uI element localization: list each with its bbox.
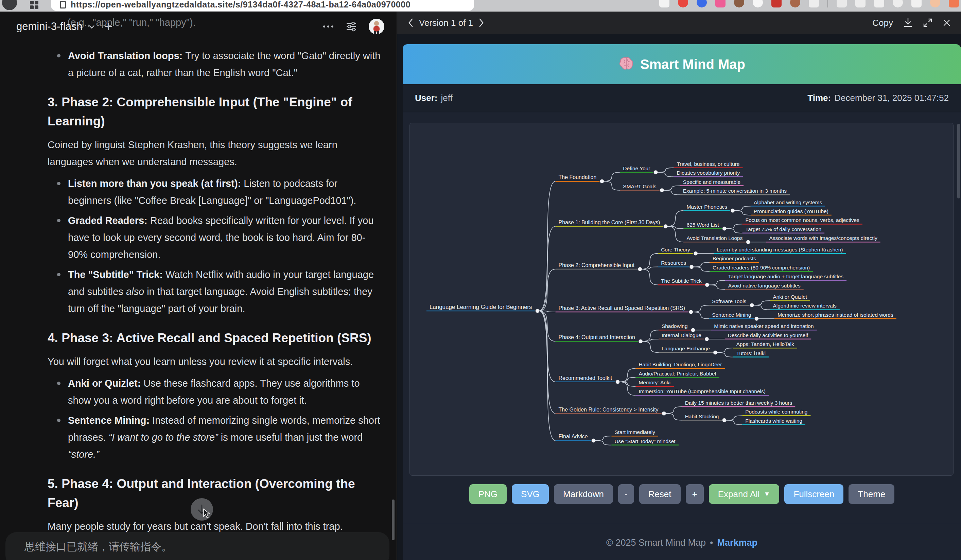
expand-all-button[interactable]: Expand All▼ (709, 484, 779, 504)
mindmap-node-label[interactable]: Beginner podcasts (713, 255, 756, 261)
mindmap-node-dot[interactable] (639, 339, 643, 343)
theme-button[interactable]: Theme (849, 484, 894, 504)
mindmap-node-label[interactable]: Tutors: iTalki (736, 350, 766, 356)
mindmap-node-label[interactable]: Graded readers (80-90% comprehension) (713, 265, 810, 271)
mindmap-node-label[interactable]: Anki or Quizlet (773, 294, 807, 300)
mindmap-node-label[interactable]: Target language audio + target language … (728, 274, 844, 279)
model-title[interactable]: gemini-3-flash (16, 20, 83, 33)
mindmap-node-label[interactable]: Resources (661, 260, 686, 266)
download-icon[interactable] (903, 18, 913, 28)
extension-icon[interactable] (855, 0, 866, 8)
close-icon[interactable] (943, 19, 951, 27)
mindmap-node-dot[interactable] (722, 227, 726, 230)
fullscreen-button[interactable]: Fullscreen (784, 484, 844, 504)
extension-icon[interactable] (893, 0, 903, 8)
scroll-to-bottom-button[interactable] (191, 498, 213, 521)
mindmap-node-dot[interactable] (746, 240, 750, 244)
mindmap-node-label[interactable]: Phase 4: Output and Interaction (559, 334, 635, 340)
mindmap-node-label[interactable]: Master Phonetics (687, 204, 728, 210)
mindmap-node-label[interactable]: Daily 15 minutes is better than weekly 3… (685, 400, 792, 406)
browser-nav-button[interactable] (2, 0, 17, 10)
mindmap-node-label[interactable]: Mimic native speaker speed and intonatio… (714, 323, 813, 329)
mindmap-node-label[interactable]: Travel, business, or culture (677, 161, 739, 167)
mindmap-node-label[interactable]: The Golden Rule: Consistency > Intensity (559, 407, 659, 412)
mindmap-node-label[interactable]: Phase 3: Active Recall and Spaced Repeti… (559, 305, 685, 311)
mindmap-node-label[interactable]: Internal Dialogue (662, 332, 701, 338)
extension-icon[interactable] (715, 0, 725, 8)
extension-icon[interactable] (911, 0, 922, 8)
mindmap-node-label[interactable]: Focus on most common nouns, verbs, adjec… (746, 217, 860, 223)
mindmap-node-label[interactable]: Final Advice (559, 433, 588, 440)
avatar[interactable] (369, 19, 384, 34)
mindmap-node-label[interactable]: Associate words with images/concepts dir… (769, 235, 877, 241)
mindmap-node-dot[interactable] (713, 351, 717, 355)
mindmap-node-dot[interactable] (705, 283, 709, 287)
mindmap-node-label[interactable]: Describe daily activities to yourself (728, 332, 808, 338)
mindmap-node-label[interactable]: 625 Word List (687, 222, 719, 228)
mindmap-node-label[interactable]: Phase 2: Comprehensible Input (559, 262, 635, 268)
mindmap-node-label[interactable]: Recommended Toolkit (559, 375, 612, 381)
mindmap-node-label[interactable]: The Subtitle Trick (661, 278, 702, 284)
mindmap-node-label[interactable]: The Foundation (559, 174, 597, 180)
extension-icon[interactable] (734, 0, 744, 8)
mindmap-node-label[interactable]: Apps: Tandem, HelloTalk (736, 341, 794, 347)
mindmap-node-dot[interactable] (535, 309, 539, 313)
mindmap-node-label[interactable]: Alphabet and writing systems (754, 199, 822, 205)
tune-icon[interactable] (346, 21, 357, 32)
mindmap-node-dot[interactable] (722, 418, 726, 422)
mindmap-node-label[interactable]: Language Learning Guide for Beginners (429, 304, 532, 310)
extension-icon[interactable] (790, 0, 800, 8)
mindmap-node-dot[interactable] (591, 439, 595, 443)
scrollbar-thumb[interactable] (957, 124, 960, 199)
mindmap-node-dot[interactable] (690, 265, 694, 269)
mindmap-node-label[interactable]: Define Your (623, 165, 650, 171)
mindmap-node-dot[interactable] (705, 337, 709, 341)
png-button[interactable]: PNG (469, 484, 507, 504)
mindmap-node-dot[interactable] (654, 170, 657, 174)
mindmap-node-label[interactable]: Specific and measurable (683, 179, 741, 185)
mindmap-node-label[interactable]: Podcasts while commuting (745, 409, 807, 414)
extension-icon[interactable] (837, 0, 847, 8)
mindmap-node-label[interactable]: Phase 1: Building the Core (First 30 Day… (559, 220, 660, 225)
mindmap-node-dot[interactable] (755, 317, 759, 321)
mindmap-node-dot[interactable] (691, 328, 695, 332)
mindmap-node-label[interactable]: Avoid Translation Loops (687, 235, 743, 241)
mindmap-node-label[interactable]: Habit Stacking (685, 414, 719, 419)
mindmap-node-dot[interactable] (660, 188, 664, 192)
fullscreen-icon[interactable] (923, 18, 932, 27)
extension-icon[interactable] (753, 0, 763, 8)
mindmap-node-label[interactable]: Immersion: YouTube (Comprehensible Input… (638, 388, 765, 394)
chevron-right-icon[interactable] (479, 18, 485, 28)
mindmap-node-label[interactable]: Flashcards while waiting (745, 418, 802, 424)
+-button[interactable]: + (686, 484, 704, 504)
extension-icon[interactable] (930, 0, 940, 8)
mindmap-node-label[interactable]: Memory: Anki (638, 380, 670, 385)
chevron-down-icon[interactable] (87, 22, 96, 31)
mindmap-node-label[interactable]: Example: 5-minute conversation in 3 mont… (683, 188, 787, 194)
mindmap-node-label[interactable]: Software Tools (712, 298, 746, 304)
mindmap-node-label[interactable]: Sentence Mining (712, 312, 751, 318)
mindmap-node-dot[interactable] (750, 303, 754, 307)
mindmap-node-dot[interactable] (689, 310, 693, 314)
mindmap-node-label[interactable]: Core Theory (661, 247, 690, 252)
mindmap-node-label[interactable]: Use "Start Today" mindset (614, 438, 675, 444)
mindmap-node-label[interactable]: Shadowing (662, 323, 688, 329)
chat-input[interactable] (5, 532, 389, 560)
mindmap-node-label[interactable]: SMART Goals (623, 183, 657, 189)
mindmap-node-label[interactable]: Dictates vocabulary priority (677, 170, 740, 176)
mindmap-node-label[interactable]: Memorize short phrases instead of isolat… (778, 312, 894, 318)
copy-button[interactable]: Copy (872, 18, 893, 28)
mindmap-node-label[interactable]: Avoid native language subtitles (728, 283, 800, 289)
mindmap-node-label[interactable]: Language Exchange (662, 346, 710, 351)
mindmap-node-label[interactable]: Algorithmic review intervals (773, 303, 837, 308)
mindmap-canvas[interactable]: Language Learning Guide for BeginnersThe… (410, 123, 953, 476)
url-bar[interactable]: https://open-weballyangtzedaldata.site/s… (51, 0, 474, 11)
extension-icon[interactable] (697, 0, 707, 8)
mindmap-node-label[interactable]: Pronunciation guides (YouTube) (754, 208, 828, 214)
scrollbar-thumb[interactable] (392, 499, 395, 540)
mindmap-node-dot[interactable] (616, 380, 619, 383)
mindmap-node-dot[interactable] (694, 252, 697, 255)
mindmap-node-label[interactable]: Start immediately (614, 429, 655, 435)
chevron-left-icon[interactable] (407, 18, 413, 28)
mindmap-node-dot[interactable] (731, 209, 735, 212)
